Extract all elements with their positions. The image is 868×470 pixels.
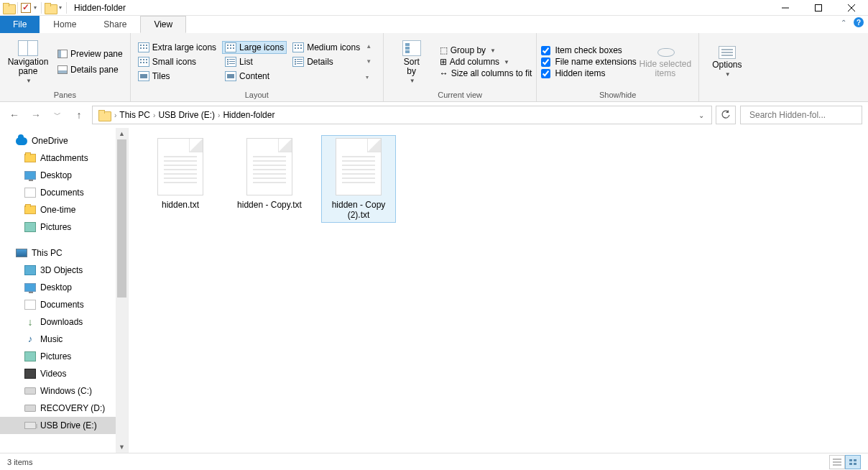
group-label-show-hide: Show/hide bbox=[541, 89, 693, 101]
ribbon-group-show-hide: Item check boxes File name extensions Hi… bbox=[537, 33, 698, 101]
status-bar: 3 items bbox=[0, 453, 868, 470]
layout-medium[interactable]: Medium icons bbox=[290, 41, 363, 54]
main-area: OneDrive Attachments Desktop Documents O… bbox=[0, 128, 868, 453]
file-item[interactable]: hidden - Copy.txt bbox=[232, 135, 307, 213]
refresh-icon bbox=[721, 110, 731, 120]
layout-scroll[interactable]: ▲▼▾ bbox=[366, 39, 371, 85]
add-columns-button[interactable]: ⊞Add columns▼ bbox=[440, 57, 532, 67]
layout-large[interactable]: Large icons bbox=[222, 41, 287, 54]
tree-this-pc[interactable]: This PC bbox=[0, 244, 128, 262]
layout-content[interactable]: Content bbox=[222, 70, 287, 83]
tree-desktop-2[interactable]: Desktop bbox=[0, 279, 128, 296]
file-list[interactable]: hidden.txt hidden - Copy.txt hidden - Co… bbox=[128, 128, 868, 453]
close-button[interactable] bbox=[835, 0, 868, 16]
view-details-button[interactable] bbox=[829, 455, 845, 469]
add-columns-icon: ⊞ bbox=[440, 57, 447, 67]
tab-file[interactable]: File bbox=[0, 16, 40, 33]
tree-onedrive[interactable]: OneDrive bbox=[0, 132, 128, 149]
tab-home[interactable]: Home bbox=[40, 16, 90, 33]
tree-scrollbar[interactable]: ▲ ▼ bbox=[116, 128, 128, 453]
refresh-button[interactable] bbox=[716, 106, 736, 124]
breadcrumb-hidden-folder[interactable]: Hidden-folder bbox=[220, 110, 277, 120]
app-icon[interactable] bbox=[3, 3, 14, 13]
content-icon bbox=[225, 71, 236, 81]
breadcrumb-this-pc[interactable]: This PC bbox=[116, 110, 153, 120]
sort-by-button[interactable]: Sort by ▼ bbox=[388, 39, 435, 86]
tree-e-drive[interactable]: USB Drive (E:) bbox=[0, 417, 128, 434]
tree-music[interactable]: ♪Music bbox=[0, 331, 128, 348]
tree-one-time[interactable]: One-time bbox=[0, 201, 128, 218]
tree-documents-2[interactable]: Documents bbox=[0, 296, 128, 313]
pictures-icon bbox=[24, 222, 36, 232]
tiles-icon bbox=[138, 71, 149, 81]
tree-downloads[interactable]: ↓Downloads bbox=[0, 313, 128, 331]
help-icon[interactable]: ? bbox=[854, 17, 864, 27]
navigation-tree: OneDrive Attachments Desktop Documents O… bbox=[0, 128, 128, 453]
tab-view[interactable]: View bbox=[140, 16, 186, 33]
group-by-icon: ⬚ bbox=[440, 45, 448, 55]
history-dropdown-icon[interactable]: ▾ bbox=[57, 4, 63, 11]
checkbox-file-extensions[interactable]: File name extensions bbox=[541, 57, 636, 67]
scroll-up-icon[interactable]: ▲ bbox=[116, 128, 128, 139]
recent-locations-button[interactable]: ﹀ bbox=[49, 106, 66, 124]
breadcrumb-usb-drive[interactable]: USB Drive (E:) bbox=[155, 110, 218, 120]
layout-small[interactable]: Small icons bbox=[135, 55, 219, 68]
checkbox-item-checkboxes[interactable]: Item check boxes bbox=[541, 45, 636, 55]
layout-tiles[interactable]: Tiles bbox=[135, 70, 219, 83]
back-button[interactable]: ← bbox=[6, 106, 23, 124]
options-button[interactable]: Options ▼ bbox=[703, 45, 751, 79]
navigation-pane-button[interactable]: Navigation pane ▼ bbox=[4, 39, 52, 86]
maximize-button[interactable] bbox=[802, 0, 835, 16]
group-label-panes: Panes bbox=[4, 89, 126, 101]
objects-icon bbox=[24, 265, 36, 275]
chevron-down-icon: ▼ bbox=[26, 78, 32, 84]
layout-details[interactable]: Details bbox=[290, 55, 363, 68]
collapse-ribbon-icon[interactable]: ⌃ bbox=[841, 19, 846, 27]
group-by-button[interactable]: ⬚Group by▼ bbox=[440, 45, 532, 55]
search-input[interactable] bbox=[749, 110, 857, 120]
qat-dropdown-icon[interactable]: ▾ bbox=[32, 4, 38, 11]
scroll-down-icon[interactable]: ▼ bbox=[116, 441, 128, 453]
layout-extra-large[interactable]: Extra large icons bbox=[135, 41, 219, 54]
view-large-icons-button[interactable] bbox=[845, 455, 861, 469]
qat-properties-icon[interactable] bbox=[21, 3, 31, 13]
tree-c-drive[interactable]: Windows (C:) bbox=[0, 382, 128, 400]
scrollbar-thumb[interactable] bbox=[117, 139, 126, 298]
file-item-selected[interactable]: hidden - Copy (2).txt bbox=[321, 135, 396, 223]
minimize-button[interactable] bbox=[769, 0, 802, 16]
folder-icon bbox=[45, 3, 56, 13]
size-columns-button[interactable]: ↔Size all columns to fit bbox=[440, 68, 532, 78]
tree-3d-objects[interactable]: 3D Objects bbox=[0, 262, 128, 279]
layout-list[interactable]: List bbox=[222, 55, 287, 68]
tab-share[interactable]: Share bbox=[90, 16, 140, 33]
search-box[interactable] bbox=[740, 106, 862, 124]
folder-icon bbox=[24, 154, 36, 162]
size-columns-icon: ↔ bbox=[440, 68, 448, 78]
tree-pictures[interactable]: Pictures bbox=[0, 218, 128, 236]
up-button[interactable]: ↑ bbox=[70, 106, 88, 124]
quick-access-toolbar: ▾ ▾ bbox=[0, 2, 71, 14]
desktop-icon bbox=[24, 171, 36, 180]
location-icon bbox=[98, 110, 110, 120]
forward-button[interactable]: → bbox=[27, 106, 45, 124]
address-dropdown-icon[interactable]: ⌄ bbox=[693, 111, 710, 119]
tree-pictures-2[interactable]: Pictures bbox=[0, 348, 128, 365]
tree-desktop[interactable]: Desktop bbox=[0, 167, 128, 184]
address-bar[interactable]: › This PC › USB Drive (E:) › Hidden-fold… bbox=[92, 106, 712, 124]
tree-d-drive[interactable]: RECOVERY (D:) bbox=[0, 400, 128, 417]
ribbon-group-panes: Navigation pane ▼ Preview pane Details p… bbox=[0, 33, 131, 101]
text-file-icon bbox=[246, 138, 292, 195]
file-item[interactable]: hidden.txt bbox=[143, 135, 218, 213]
hide-selected-button[interactable]: Hide selected items bbox=[637, 44, 694, 80]
tree-videos[interactable]: Videos bbox=[0, 365, 128, 382]
ribbon-group-current-view: Sort by ▼ ⬚Group by▼ ⊞Add columns▼ ↔Size… bbox=[384, 33, 537, 101]
tree-attachments[interactable]: Attachments bbox=[0, 149, 128, 167]
svg-rect-1 bbox=[816, 4, 822, 11]
usb-drive-icon bbox=[24, 422, 36, 429]
sort-icon bbox=[402, 40, 421, 56]
tree-documents[interactable]: Documents bbox=[0, 184, 128, 201]
details-pane-button[interactable]: Details pane bbox=[55, 63, 126, 76]
preview-pane-button[interactable]: Preview pane bbox=[55, 47, 126, 60]
checkbox-hidden-items[interactable]: Hidden items bbox=[541, 68, 636, 78]
svg-rect-10 bbox=[854, 459, 857, 461]
